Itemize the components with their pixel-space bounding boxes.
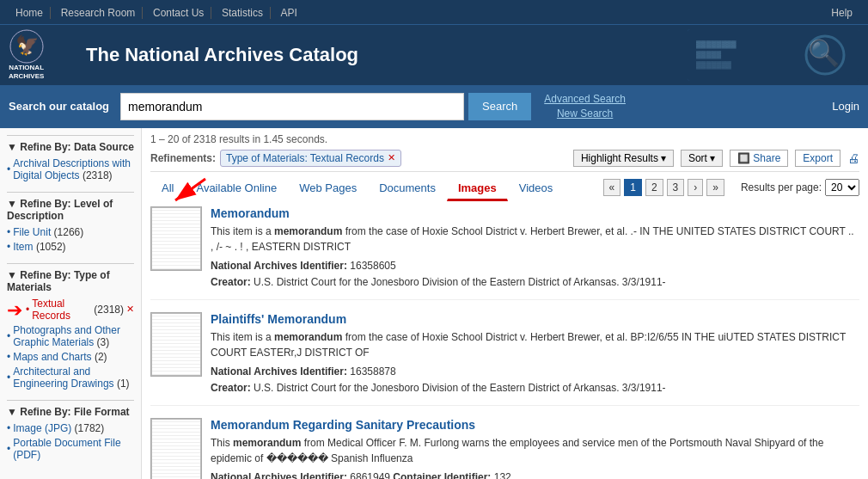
nav-home[interactable]: Home (9, 7, 51, 19)
top-nav-links: Home Research Room Contact Us Statistics… (9, 6, 304, 19)
top-navigation: Home Research Room Contact Us Statistics… (0, 0, 868, 24)
result-description: This item is a memorandum from the case … (211, 329, 859, 360)
results-toolbar: Refinements: Type of Materials: Textual … (150, 150, 859, 172)
svg-line-9 (175, 179, 205, 200)
result-keyword: memorandum (274, 331, 342, 343)
sidebar-item-maps-charts[interactable]: • Maps and Charts (2) (7, 351, 134, 363)
header-decorative-image: 🔍 ▓▓▓▓▓▓▓▓ ▓▓▓▓▓ ▓▓▓▓▓▓▓ (688, 29, 859, 81)
sidebar-level: ▼ Refine By: Level of Description • File… (7, 192, 134, 253)
sidebar-item-architectural[interactable]: • Architectural and Engineering Drawings… (7, 365, 134, 390)
site-logo: 🦅 NATIONALARCHIVES (9, 29, 77, 80)
logo-text: NATIONALARCHIVES (9, 64, 44, 80)
result-title[interactable]: Memorandum Regarding Sanitary Precaution… (211, 418, 475, 432)
top-nav-right: Help (824, 6, 859, 19)
share-icon: 🔲 (737, 152, 750, 164)
result-list: Memorandum This item is a memorandum fro… (150, 206, 859, 479)
sidebar-level-title[interactable]: ▼ Refine By: Level of Description (7, 192, 134, 222)
tabs-right: « 1 2 3 › » Results per page: 20 40 60 (603, 179, 860, 196)
page-next-btn[interactable]: › (688, 179, 703, 196)
result-item: Memorandum This item is a memorandum fro… (150, 206, 859, 300)
page-2-btn[interactable]: 2 (645, 179, 663, 196)
page-1-btn[interactable]: 1 (624, 179, 642, 196)
result-item: Plaintiffs' Memorandum This item is a me… (150, 312, 859, 406)
results-area: 1 – 20 of 2318 results in 1.45 seconds. … (142, 128, 868, 479)
nav-api[interactable]: API (274, 7, 304, 19)
share-label: Share (753, 152, 780, 164)
sidebar-type-title[interactable]: ▼ Refine By: Type of Materials (7, 263, 134, 293)
sidebar-file-format: ▼ Refine By: File Format • Image (JPG) (… (7, 400, 134, 461)
page-3-btn[interactable]: 3 (667, 179, 685, 196)
sidebar-item-pdf[interactable]: • Portable Document File (PDF) (7, 437, 134, 461)
result-keyword: memorandum (274, 225, 342, 237)
result-thumbnail (150, 206, 202, 271)
result-keyword: memorandum (233, 437, 301, 449)
sidebar-item-file-unit[interactable]: • File Unit (1266) (7, 226, 134, 238)
per-page-label: Results per page: (741, 181, 822, 193)
results-toolbar-right: Highlight Results ▾ Sort ▾ 🔲 Share Expor… (573, 150, 859, 167)
highlight-dropdown-icon: ▾ (661, 152, 666, 164)
svg-text:▓▓▓▓▓: ▓▓▓▓▓ (696, 51, 721, 59)
sidebar-data-source: ▼ Refine By: Data Source • Archival Desc… (7, 135, 134, 181)
print-button[interactable]: 🖨 (847, 151, 859, 165)
results-per-page: Results per page: 20 40 60 (741, 179, 859, 196)
result-metadata: National Archives Identifier: 16358878 C… (211, 364, 859, 396)
sidebar-arrow-icon: ➔ (7, 301, 22, 320)
tab-videos[interactable]: Videos (508, 176, 565, 200)
tab-images[interactable]: Images (447, 176, 508, 201)
page-last-btn[interactable]: » (706, 179, 724, 196)
result-metadata: National Archives Identifier: 16358605 C… (211, 258, 859, 291)
result-metadata: National Archives Identifier: 6861949 Co… (211, 470, 859, 479)
sidebar-data-source-title[interactable]: ▼ Refine By: Data Source (7, 135, 134, 153)
thumbnail-image (151, 207, 201, 270)
result-description: This item is a memorandum from the case … (211, 224, 859, 255)
tab-documents[interactable]: Documents (368, 176, 447, 200)
search-input[interactable] (120, 93, 464, 120)
share-button[interactable]: 🔲 Share (730, 150, 788, 167)
nav-research-room[interactable]: Research Room (54, 7, 144, 19)
tab-web-pages[interactable]: Web Pages (288, 176, 368, 200)
search-button[interactable]: Search (468, 93, 531, 120)
thumbnail-image (151, 313, 201, 376)
svg-text:▓▓▓▓▓▓▓: ▓▓▓▓▓▓▓ (696, 61, 731, 70)
result-title[interactable]: Plaintiffs' Memorandum (211, 312, 346, 326)
per-page-select[interactable]: 20 40 60 (825, 179, 859, 196)
svg-text:▓▓▓▓▓▓▓▓: ▓▓▓▓▓▓▓▓ (696, 40, 737, 49)
nav-contact-us[interactable]: Contact Us (146, 7, 211, 19)
sidebar: ▼ Refine By: Data Source • Archival Desc… (0, 128, 142, 479)
sidebar-item-archival[interactable]: • Archival Descriptions with Digital Obj… (7, 157, 134, 181)
refinement-tag-textual: Type of Materials: Textual Records ✕ (220, 150, 401, 167)
result-content: Memorandum Regarding Sanitary Precaution… (211, 418, 859, 479)
advanced-search-link[interactable]: Advanced Search New Search (544, 92, 626, 121)
sidebar-item-jpg[interactable]: • Image (JPG) (1782) (7, 422, 134, 434)
highlight-results-button[interactable]: Highlight Results ▾ (573, 150, 674, 167)
sort-button[interactable]: Sort ▾ (681, 150, 723, 167)
remove-textual-records[interactable]: ✕ (126, 304, 134, 315)
page-prev-btn[interactable]: « (603, 179, 621, 196)
refinements-label: Refinements: (150, 152, 216, 164)
login-button[interactable]: Login (832, 100, 859, 113)
export-button[interactable]: Export (795, 150, 840, 167)
result-description: This memorandum from Medical Officer F. … (211, 435, 859, 466)
site-title: The National Archives Catalog (86, 44, 358, 66)
result-content: Memorandum This item is a memorandum fro… (211, 206, 859, 291)
result-item: Memorandum Regarding Sanitary Precaution… (150, 418, 859, 479)
nav-help[interactable]: Help (824, 7, 859, 19)
sort-dropdown-icon: ▾ (710, 152, 715, 164)
refinement-tag-text: Type of Materials: Textual Records (226, 152, 384, 164)
search-label: Search our catalog (9, 100, 109, 113)
sidebar-file-format-title[interactable]: ▼ Refine By: File Format (7, 400, 134, 418)
tabs-row: All Available Online Web Pages Documents… (150, 176, 859, 200)
nav-statistics[interactable]: Statistics (215, 7, 271, 19)
highlight-results-label: Highlight Results (581, 152, 658, 164)
sidebar-item-textual-records[interactable]: • Textual Records (2318) ✕ (26, 298, 134, 322)
result-content: Plaintiffs' Memorandum This item is a me… (211, 312, 859, 396)
sidebar-item-photographs[interactable]: • Photographs and Other Graphic Material… (7, 324, 134, 348)
sidebar-item-item[interactable]: • Item (1052) (7, 241, 134, 253)
eagle-icon: 🦅 (9, 29, 44, 64)
sidebar-type: ▼ Refine By: Type of Materials ➔ • Textu… (7, 263, 134, 390)
refinement-remove-button[interactable]: ✕ (388, 152, 395, 163)
site-header: 🦅 NATIONALARCHIVES The National Archives… (0, 24, 868, 85)
main-layout: ▼ Refine By: Data Source • Archival Desc… (0, 128, 868, 479)
red-arrow-indicator (171, 175, 223, 209)
result-thumbnail (150, 418, 202, 479)
